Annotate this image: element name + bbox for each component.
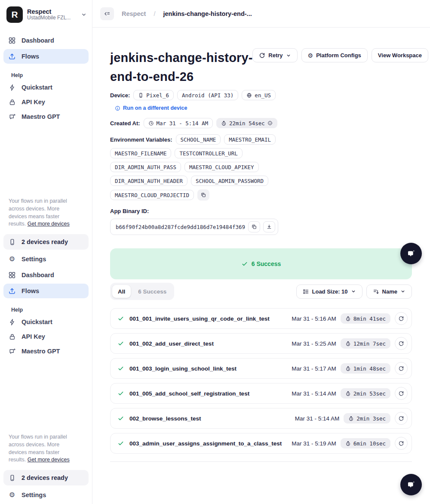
list-controls: Load Size: 10 Name xyxy=(296,284,412,299)
copy-icon xyxy=(200,192,206,198)
platform-configs-button[interactable]: ⚙ Platform Configs xyxy=(301,48,368,62)
devices-ready-label: 2 devices ready xyxy=(22,474,68,481)
device-os: Android (API 33) xyxy=(182,92,233,99)
sidebar-item-label: Dashboard xyxy=(22,272,54,278)
copy-env-vars-button[interactable] xyxy=(197,189,209,201)
retry-button[interactable]: Retry xyxy=(252,48,297,62)
sidebar-nav-primary: Dashboard Flows Help Quickstart API Key xyxy=(0,33,92,124)
breadcrumb-current: jenkins-change-history-end-... xyxy=(163,10,252,17)
clock-icon xyxy=(148,121,154,126)
breadcrumb-workspace[interactable]: Respect xyxy=(122,10,146,17)
retry-flow-button[interactable] xyxy=(395,387,408,400)
flow-row[interactable]: 001_005_add_school_self_registration_tes… xyxy=(110,383,412,404)
results-bar: All 6 Success Load Size: 10 Name xyxy=(110,283,412,300)
devices-ready-status[interactable]: 2 devices ready xyxy=(3,234,89,250)
flow-row-meta: Mar 31 - 5:17 AM 1min 48sec xyxy=(292,362,408,375)
devices-promo-text: Your flows run in parallel across device… xyxy=(9,198,74,228)
copy-binary-id-button[interactable] xyxy=(248,221,260,232)
check-icon xyxy=(117,340,124,347)
sidebar-item-quickstart-2[interactable]: Quickstart xyxy=(3,315,89,329)
created-label: Created At: xyxy=(110,120,140,127)
sort-dropdown[interactable]: Name xyxy=(366,284,412,299)
retry-flow-button[interactable] xyxy=(395,337,408,350)
flow-duration-chip: 12min 7sec xyxy=(341,338,390,349)
status-filter-tabs: All 6 Success xyxy=(110,283,174,300)
collapse-sidebar-icon xyxy=(104,10,111,17)
run-different-device-label: Run on a different device xyxy=(123,105,187,111)
get-more-devices-link[interactable]: Get more devices xyxy=(28,457,70,463)
device-label: Device: xyxy=(110,92,130,99)
view-workspace-label: View Workspace xyxy=(378,52,422,59)
flow-row[interactable]: 001_003_login_using_school_link_test Mar… xyxy=(110,358,412,379)
flow-row[interactable]: 001_001_invite_users_using_qr_code_or_li… xyxy=(110,308,412,329)
app-binary-box: b66f90f24b00a8d287fcde9dd186d7e19484f369 xyxy=(110,219,278,235)
flow-duration-chip: 8min 41sec xyxy=(341,313,390,324)
collapse-sidebar-button[interactable] xyxy=(100,7,114,20)
retry-flow-button[interactable] xyxy=(395,362,408,375)
sidebar-item-settings[interactable]: ⚙ Settings xyxy=(3,252,89,266)
success-banner: 6 Success xyxy=(110,248,412,279)
breadcrumb-separator: / xyxy=(154,10,155,17)
flow-row-meta: Mar 31 - 5:19 AM 6min 10sec xyxy=(292,437,408,450)
upload-tray-icon xyxy=(8,287,16,295)
flow-duration-chip: 6min 10sec xyxy=(341,438,390,448)
gear-icon: ⚙ xyxy=(308,53,313,59)
flow-name: 001_005_add_school_self_registration_tes… xyxy=(129,390,249,397)
chat-assistant-button[interactable] xyxy=(400,243,422,264)
flow-name: 003_admin_user_assigns_assignment_to_a_c… xyxy=(129,440,282,447)
sidebar-item-api-key[interactable]: API Key xyxy=(3,95,89,109)
retry-icon xyxy=(398,315,404,322)
workspace-switcher[interactable]: R Respect UstadMobile FZL... xyxy=(0,0,92,26)
env-var-chip: MAESTRO_CLOUD_PROJECTID xyxy=(110,190,194,200)
sidebar-item-api-key-2[interactable]: API Key xyxy=(3,329,89,344)
flow-row[interactable]: 003_admin_user_assigns_assignment_to_a_c… xyxy=(110,433,412,454)
flow-name: 001_001_invite_users_using_qr_code_or_li… xyxy=(129,315,270,322)
tab-success[interactable]: 6 Success xyxy=(132,285,172,298)
sidebar-item-dashboard[interactable]: Dashboard xyxy=(3,33,89,48)
sidebar-item-settings-2[interactable]: ⚙ Settings xyxy=(3,488,89,502)
sidebar-item-flows-2[interactable]: Flows xyxy=(3,284,89,298)
load-size-label: Load Size: 10 xyxy=(312,288,348,295)
main-area: Respect / jenkins-change-history-end-...… xyxy=(92,0,430,504)
tab-all[interactable]: All xyxy=(112,285,131,298)
sidebar-item-maestro-gpt-2[interactable]: Maestro GPT xyxy=(3,344,89,359)
device-locale: en_US xyxy=(255,92,271,99)
sidebar-item-flows[interactable]: Flows xyxy=(3,49,89,64)
created-chip: Mar 31 - 5:14 AM xyxy=(144,118,213,128)
retry-flow-button[interactable] xyxy=(395,437,408,450)
flow-row[interactable]: 001_002_add_user_direct_test Mar 31 - 5:… xyxy=(110,333,412,354)
sidebar-item-quickstart[interactable]: Quickstart xyxy=(3,80,89,95)
workspace-logo: R xyxy=(6,6,23,23)
run-different-device-link[interactable]: Run on a different device xyxy=(115,105,412,111)
sort-label: Name xyxy=(382,288,397,295)
chat-plus-icon xyxy=(8,113,16,121)
flow-duration: 2min 3sec xyxy=(356,415,386,422)
sidebar-item-label: Settings xyxy=(22,256,46,263)
view-workspace-button[interactable]: View Workspace xyxy=(372,48,428,62)
success-banner-text: 6 Success xyxy=(252,260,281,267)
stopwatch-icon xyxy=(345,316,351,322)
topbar: Respect / jenkins-change-history-end-... xyxy=(92,0,430,28)
flow-duration-chip: 1min 48sec xyxy=(341,363,390,374)
retry-flow-button[interactable] xyxy=(395,312,408,325)
devices-ready-label: 2 devices ready xyxy=(22,238,68,245)
sidebar-item-maestro-gpt[interactable]: Maestro GPT xyxy=(3,109,89,124)
globe-icon xyxy=(246,93,252,98)
flow-name: 001_003_login_using_school_link_test xyxy=(129,365,236,372)
download-binary-button[interactable] xyxy=(263,221,275,232)
get-more-devices-link[interactable]: Get more devices xyxy=(28,221,70,227)
flow-duration-chip: 2min 3sec xyxy=(344,413,390,424)
chat-assistant-button-2[interactable] xyxy=(400,474,422,495)
env-var-chip: DIR_ADMIN_AUTH_PASS xyxy=(110,162,181,172)
devices-ready-status-2[interactable]: 2 devices ready xyxy=(3,470,89,485)
flow-row[interactable]: 002_browse_lessons_test Mar 31 - 5:14 AM… xyxy=(110,408,412,429)
duration-value: 22min 54sec xyxy=(229,120,265,127)
app-binary-id: b66f90f24b00a8d287fcde9dd186d7e19484f369 xyxy=(116,224,245,230)
sidebar-item-dashboard-2[interactable]: Dashboard xyxy=(3,268,89,282)
retry-flow-button[interactable] xyxy=(395,412,408,425)
lightning-icon xyxy=(8,84,16,91)
sidebar-section-help-2: Help xyxy=(11,307,89,313)
chat-sparkle-icon xyxy=(405,479,417,490)
stopwatch-icon xyxy=(345,366,351,371)
load-size-dropdown[interactable]: Load Size: 10 xyxy=(296,284,362,299)
